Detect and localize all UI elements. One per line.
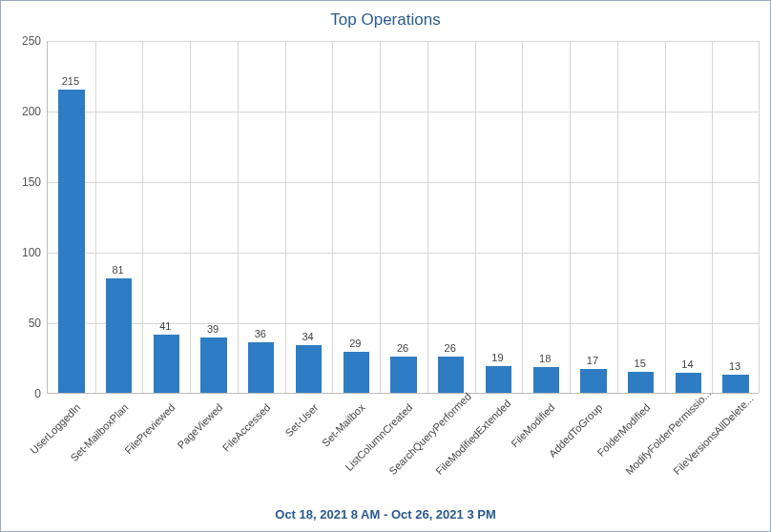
gridline-v xyxy=(332,41,333,393)
bar xyxy=(296,345,322,393)
bar xyxy=(486,366,511,393)
bar xyxy=(200,338,226,393)
bar-value-label: 29 xyxy=(336,338,374,349)
bar xyxy=(628,372,654,393)
chart-title: Top Operations xyxy=(1,1,770,33)
bar-value-label: 41 xyxy=(146,320,184,332)
gridline-h xyxy=(48,41,759,42)
gridline-v xyxy=(522,41,523,393)
bar xyxy=(344,352,369,393)
bar-value-label: 34 xyxy=(289,331,327,342)
y-tick-label: 200 xyxy=(1,105,41,118)
gridline-v xyxy=(712,41,713,393)
y-tick-label: 250 xyxy=(1,34,41,48)
gridline-v xyxy=(759,41,760,393)
gridline-v xyxy=(570,41,571,393)
gridline-v xyxy=(190,41,191,393)
bar-value-label: 81 xyxy=(99,264,137,276)
bar-value-label: 15 xyxy=(621,358,659,369)
gridline-v xyxy=(95,41,96,393)
bar-value-label: 13 xyxy=(716,360,754,372)
bar xyxy=(106,278,132,393)
gridline-v xyxy=(142,41,143,393)
bar xyxy=(676,373,701,393)
bar xyxy=(533,367,559,393)
y-tick-label: 0 xyxy=(1,387,41,400)
bar xyxy=(722,375,748,393)
bar xyxy=(154,335,179,393)
y-tick-label: 150 xyxy=(1,175,41,189)
gridline-h xyxy=(48,112,759,113)
bar-value-label: 26 xyxy=(431,342,469,354)
bar-value-label: 215 xyxy=(52,75,90,87)
y-tick-label: 50 xyxy=(1,317,41,330)
bar-value-label: 39 xyxy=(194,323,232,335)
chart-subtitle: Oct 18, 2021 8 AM - Oct 26, 2021 3 PM xyxy=(1,507,770,522)
gridline-h xyxy=(48,253,759,254)
bar-value-label: 36 xyxy=(241,328,280,339)
gridline-v xyxy=(427,41,428,393)
bar xyxy=(390,357,416,393)
gridline-v xyxy=(475,41,476,393)
chart-container: Top Operations 050100150200250 UserLogge… xyxy=(0,0,771,532)
gridline-v xyxy=(665,41,666,393)
bar xyxy=(248,342,274,393)
y-tick-label: 100 xyxy=(1,246,41,259)
gridline-v xyxy=(380,41,381,393)
bar-value-label: 18 xyxy=(526,353,564,364)
gridline-v xyxy=(285,41,286,393)
bar xyxy=(58,90,84,393)
bar xyxy=(438,357,464,393)
bar-value-label: 19 xyxy=(478,352,516,363)
bar xyxy=(580,369,606,393)
bar-value-label: 17 xyxy=(573,355,612,366)
plot-area xyxy=(47,41,759,394)
bar-value-label: 14 xyxy=(668,358,706,370)
bar-value-label: 26 xyxy=(384,342,422,354)
gridline-h xyxy=(48,182,759,183)
gridline-v xyxy=(617,41,618,393)
gridline-v xyxy=(238,41,239,393)
